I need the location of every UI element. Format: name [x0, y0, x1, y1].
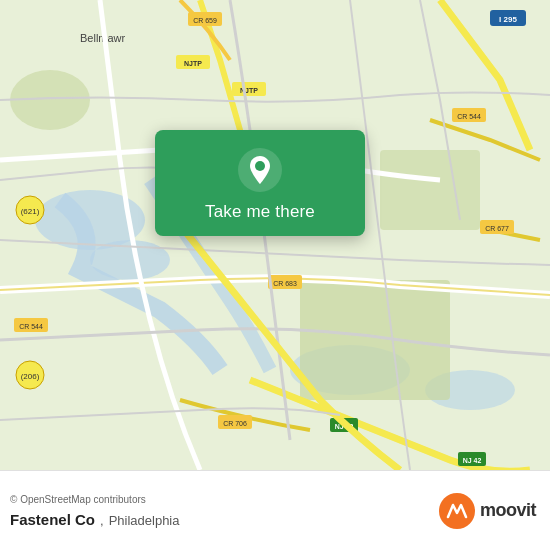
location-pin-icon — [238, 148, 282, 192]
moovit-icon — [439, 493, 475, 529]
svg-rect-5 — [300, 280, 450, 400]
svg-text:(621): (621) — [21, 207, 40, 216]
svg-text:CR 677: CR 677 — [485, 225, 509, 232]
moovit-text: moovit — [480, 500, 536, 521]
svg-text:NJ 42: NJ 42 — [463, 457, 482, 464]
copyright-text: © OpenStreetMap contributors — [10, 494, 180, 505]
take-me-there-button[interactable]: Take me there — [205, 202, 315, 222]
svg-text:CR 659: CR 659 — [193, 17, 217, 24]
svg-text:(206): (206) — [21, 372, 40, 381]
svg-point-36 — [255, 161, 265, 171]
place-info: © OpenStreetMap contributors Fastenel Co… — [10, 494, 180, 528]
svg-text:NJTP: NJTP — [184, 60, 202, 67]
svg-text:I 295: I 295 — [499, 15, 517, 24]
bottom-bar: © OpenStreetMap contributors Fastenel Co… — [0, 470, 550, 550]
place-location: Philadelphia — [109, 513, 180, 528]
svg-text:CR 544: CR 544 — [457, 113, 481, 120]
svg-text:CR 706: CR 706 — [223, 420, 247, 427]
place-name: Fastenel Co — [10, 511, 95, 528]
svg-text:CR 544: CR 544 — [19, 323, 43, 330]
svg-text:CR 683: CR 683 — [273, 280, 297, 287]
svg-rect-6 — [380, 150, 480, 230]
moovit-logo: moovit — [439, 493, 536, 529]
location-popup[interactable]: Take me there — [155, 130, 365, 236]
map-area[interactable]: I 295 NJTP NJTP CR 659 CR 544 CR 677 CR … — [0, 0, 550, 470]
